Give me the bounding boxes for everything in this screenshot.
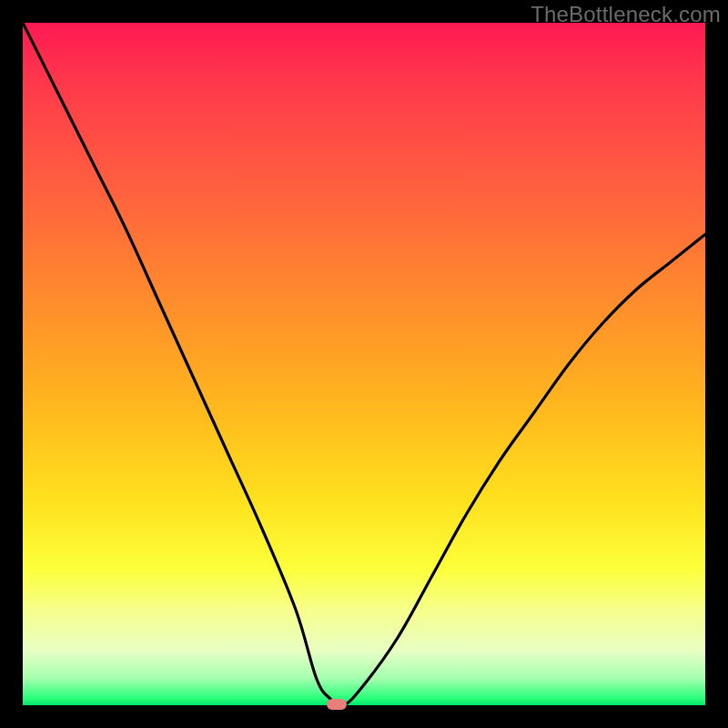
curve-path <box>23 23 705 705</box>
plot-area <box>23 23 705 705</box>
optimal-marker <box>327 699 347 710</box>
watermark-text: TheBottleneck.com <box>531 2 721 27</box>
bottleneck-curve <box>23 23 705 705</box>
